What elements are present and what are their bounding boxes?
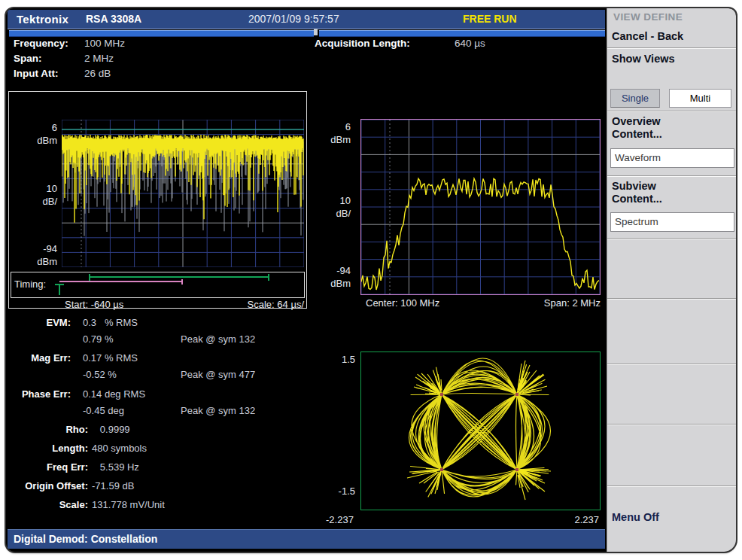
- measurement-row: Rho: 0.9999: [6, 424, 322, 437]
- show-views-single-button[interactable]: Single: [610, 89, 660, 108]
- span-value: 2 MHz: [84, 53, 114, 64]
- frequency-value: 100 MHz: [84, 38, 125, 49]
- measurement-row: Length: 480 symbols: [6, 443, 322, 455]
- menu-item-show-views: Show Views: [612, 53, 675, 65]
- menu-separator: [607, 485, 736, 486]
- measurement-peak: Peak @ sym 132: [181, 405, 255, 416]
- timing-indicator-bars: [11, 272, 304, 297]
- overview-waveform-plot: [62, 120, 304, 267]
- measurement-value: 131.778 mV/Unit: [92, 499, 165, 510]
- menu-separator: [607, 238, 736, 239]
- spectrum-span-label: Span: 2 MHz: [495, 297, 601, 309]
- menu-separator: [607, 298, 736, 299]
- overview-y-top-label: 6dBm: [12, 121, 57, 147]
- menu-item-subview-content[interactable]: Subview: [612, 180, 656, 192]
- menu-item-overview-content[interactable]: Overview: [612, 115, 661, 127]
- measurement-row: 0.79 % Peak @ sym 132: [6, 333, 322, 346]
- spectrum-plot: [361, 120, 600, 294]
- progress-divider-tick: [314, 29, 318, 35]
- constellation-y-max-label: 1.5: [318, 354, 355, 365]
- menu-item-subview-content-ellipsis[interactable]: Content...: [612, 193, 662, 205]
- menu-separator: [607, 175, 736, 176]
- measurement-value: 480 symbols: [92, 443, 147, 454]
- constellation-x-max-label: 2.237: [524, 514, 599, 525]
- subview-y-scale-label: 10dB/: [313, 194, 351, 220]
- acquisition-progress-right: [319, 30, 605, 37]
- subview-content-value[interactable]: Spectrum: [610, 212, 734, 232]
- measurement-label: EVM:: [6, 317, 71, 328]
- measurement-value: 0.79 %: [83, 333, 113, 345]
- measurement-row: Freq Err: 5.539 Hz: [6, 461, 322, 474]
- constellation-y-min-label: -1.5: [318, 485, 355, 497]
- menu-item-overview-content-ellipsis[interactable]: Content...: [612, 128, 662, 140]
- subview-y-bottom-label: -94dBm: [313, 264, 351, 290]
- overview-scale-label: Scale: 64 µs/: [248, 299, 304, 310]
- measurement-row: -0.52 % Peak @ sym 477: [6, 369, 322, 382]
- title-bar: Tektronix RSA 3308A 2007/01/09 9:57:57 F…: [8, 10, 605, 29]
- subview-y-top-label: 6dBm: [313, 120, 351, 146]
- measurement-label: Freq Err:: [6, 461, 88, 473]
- mode-status-bar: Digital Demod: Constellation: [8, 529, 605, 549]
- constellation-plot: [361, 352, 600, 510]
- subview-spectrum-view[interactable]: [360, 119, 601, 295]
- measurement-value: -0.45 deg: [83, 405, 124, 416]
- menu-separator: [607, 47, 736, 48]
- measurement-peak: Peak @ sym 477: [181, 369, 255, 380]
- overview-start-label: Start: -640 µs: [65, 299, 123, 310]
- measurement-value: 5.539 Hz: [92, 461, 139, 473]
- measurement-label: Mag Err:: [6, 352, 71, 364]
- menu-separator: [607, 111, 736, 111]
- measurement-row: Phase Err: 0.14 deg RMS: [6, 388, 322, 401]
- measurement-value: -71.59 dB: [92, 480, 134, 492]
- menu-separator: [607, 364, 736, 364]
- measurement-label: Scale:: [6, 499, 88, 510]
- measurement-value: 0.3 % RMS: [83, 317, 138, 328]
- measurement-label: Length:: [6, 443, 88, 454]
- brand-logo: Tektronix: [17, 10, 68, 29]
- measurement-row: Origin Offset: -71.59 dB: [6, 480, 322, 493]
- measurement-row: -0.45 deg Peak @ sym 132: [6, 405, 322, 418]
- overview-y-scale-label: 10dB/: [12, 182, 57, 208]
- overview-waveform-view[interactable]: 6dBm 10dB/ -94dBm Timing: Start: -640 µs…: [8, 91, 307, 309]
- timing-strip: Timing:: [11, 272, 305, 298]
- menu-item-menu-off[interactable]: Menu Off: [612, 511, 659, 523]
- measurement-value: 0.9999: [92, 424, 130, 435]
- analyzer-screen: Tektronix RSA 3308A 2007/01/09 9:57:57 F…: [6, 8, 736, 552]
- measurement-label: Origin Offset:: [6, 480, 88, 492]
- show-views-multi-button[interactable]: Multi: [669, 89, 731, 108]
- page: Tektronix RSA 3308A 2007/01/09 9:57:57 F…: [0, 0, 742, 560]
- measurement-value: 0.14 deg RMS: [83, 388, 145, 400]
- trigger-status-badge: FREE RUN: [463, 10, 517, 29]
- input-att-value: 26 dB: [84, 68, 111, 79]
- overview-y-bottom-label: -94dBm: [12, 242, 57, 268]
- constellation-x-min-label: -2.237: [326, 514, 354, 525]
- frequency-label: Frequency:: [14, 38, 68, 49]
- acquisition-length-label: Acquisition Length:: [315, 38, 410, 49]
- measurement-row: EVM: 0.3 % RMS: [6, 317, 322, 330]
- measurement-row: Mag Err: 0.17 % RMS: [6, 352, 322, 365]
- model-label: RSA 3308A: [86, 10, 141, 29]
- measurement-peak: Peak @ sym 132: [181, 333, 255, 345]
- datetime-label: 2007/01/09 9:57:57: [248, 10, 339, 29]
- measurement-row: Scale: 131.778 mV/Unit: [6, 499, 322, 512]
- measurement-label: Phase Err:: [6, 388, 71, 400]
- span-label: Span:: [14, 53, 42, 64]
- acquisition-progress-left: [9, 30, 314, 37]
- menu-title: VIEW DEFINE: [613, 11, 683, 23]
- menu-separator: [607, 424, 736, 425]
- menu-item-cancel-back[interactable]: Cancel - Back: [612, 30, 683, 42]
- acquisition-length-value: 640 µs: [455, 38, 485, 49]
- side-menu: VIEW DEFINE Cancel - Back Show Views Sin…: [607, 8, 736, 552]
- constellation-view[interactable]: [360, 352, 601, 510]
- spectrum-center-label: Center: 100 MHz: [366, 297, 439, 309]
- measurement-value: 0.17 % RMS: [83, 352, 138, 364]
- overview-content-value[interactable]: Waveform: [610, 148, 734, 168]
- measurement-label: Rho:: [6, 424, 88, 435]
- measurement-value: -0.52 %: [83, 369, 117, 380]
- input-att-label: Input Att:: [14, 68, 58, 79]
- mode-label: Digital Demod: Constellation: [14, 530, 157, 549]
